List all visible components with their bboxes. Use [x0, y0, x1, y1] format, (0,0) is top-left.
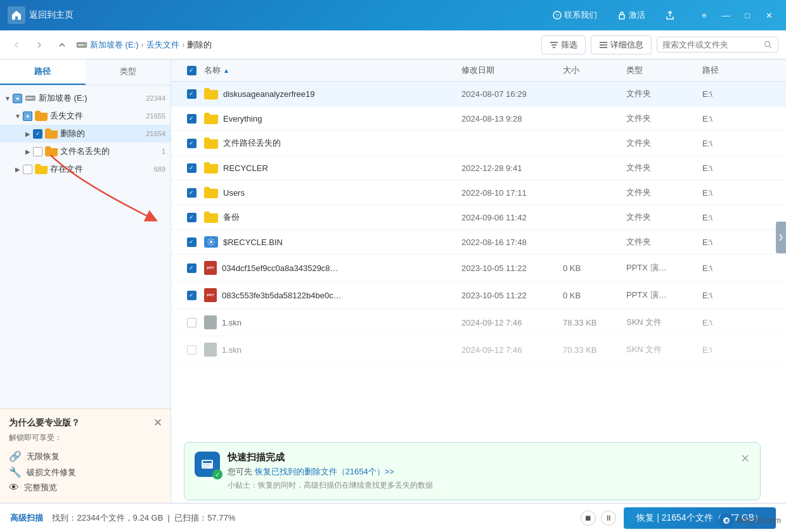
row-checkbox-4[interactable]	[187, 163, 196, 173]
row-checkbox-6[interactable]	[187, 213, 196, 222]
tree-toggle-existing[interactable]: ▶	[13, 164, 23, 174]
maximize-button[interactable]: □	[738, 6, 757, 24]
minimize-button[interactable]: —	[716, 6, 735, 24]
row-checkbox-3[interactable]	[187, 139, 196, 148]
file-row[interactable]: Everything 2024-08-13 9:28 文件夹 E:\	[171, 106, 786, 131]
forward-button[interactable]	[30, 36, 48, 54]
back-button[interactable]	[8, 36, 25, 54]
tree-checkbox-existing[interactable]	[23, 165, 32, 174]
tree-checkbox-lost[interactable]	[23, 111, 32, 121]
tree-count-lost: 21655	[146, 112, 165, 120]
search-input[interactable]	[662, 40, 764, 49]
row-checkbox-11[interactable]	[187, 345, 196, 355]
row-checkbox-2[interactable]	[187, 114, 196, 124]
window-controls: ≡ — □ ✕	[695, 6, 778, 24]
file-row[interactable]: PPT 083c553fe3b5da58122b4be0c… 2023-10-0…	[171, 282, 786, 309]
scan-pause-button[interactable]: ⏸	[601, 510, 616, 526]
row-checkbox-1[interactable]	[187, 89, 196, 99]
tab-path[interactable]: 路径	[0, 60, 86, 85]
header-checkbox[interactable]	[187, 66, 196, 75]
watermark-text: 单机100.com	[737, 516, 781, 526]
header-path[interactable]: 路径	[702, 65, 778, 76]
toolbar-right: 筛选 详细信息	[541, 35, 778, 54]
tree-item-lost[interactable]: ▼ 丢失文件 21655	[0, 107, 171, 125]
tree-label-drive: 新加坡卷 (E:)	[39, 92, 143, 104]
file-row[interactable]: PPT 034dcf15ef9cc0a8a343529c8… 2023-10-0…	[171, 255, 786, 282]
file-type-2: 文件夹	[626, 113, 702, 124]
promo-title: 为什么要专业版？ ✕	[9, 417, 162, 429]
tree-checkbox-drive[interactable]	[13, 94, 22, 103]
notif-link[interactable]: 恢复已找到的删除文件（21654个）>>	[255, 467, 394, 476]
contact-button[interactable]: ? 联系我们	[548, 7, 602, 23]
svg-text:?: ?	[555, 13, 558, 19]
tree-checkbox-pathlost[interactable]	[33, 147, 42, 156]
tree-item-pathlost[interactable]: ▶ 文件名丢失的 1	[0, 142, 171, 160]
search-box[interactable]	[657, 37, 778, 53]
file-name-3: 文件路径丢失的	[223, 137, 281, 149]
file-name-cell-6: 备份	[204, 212, 461, 223]
up-button[interactable]	[53, 36, 71, 54]
close-promo-button[interactable]: ✕	[153, 417, 162, 429]
file-path-9: E:\	[702, 291, 778, 300]
scrollbar-arrow[interactable]	[776, 222, 786, 253]
scan-stop-button[interactable]: ⏹	[581, 510, 596, 526]
breadcrumb-path1[interactable]: 丢失文件	[146, 39, 179, 51]
file-row[interactable]: 文件路径丢失的 文件夹 E:\	[171, 131, 786, 156]
tree-item-existing[interactable]: ▶ 存在文件 689	[0, 160, 171, 178]
file-row[interactable]: 备份 2024-09-06 11:42 文件夹 E:\	[171, 205, 786, 230]
header-check[interactable]	[179, 66, 204, 75]
filter-button[interactable]: 筛选	[541, 35, 586, 54]
breadcrumb-drive[interactable]: 新加坡卷 (E:)	[90, 39, 139, 51]
notif-close-button[interactable]: ✕	[740, 452, 750, 466]
file-row[interactable]: RECYCLER 2022-12-28 9:41 文件夹 E:\	[171, 156, 786, 180]
tree-toggle-lost[interactable]: ▼	[13, 111, 23, 121]
notif-desc: 您可先 恢复已找到的删除文件（21654个）>>	[228, 466, 733, 478]
row-checkbox-8[interactable]	[187, 263, 196, 273]
header-type[interactable]: 类型	[626, 65, 702, 76]
file-row[interactable]: 1.skn 2024-09-12 7:46 70.33 KB SKN 文件 E:…	[171, 336, 786, 364]
row-checkbox-5[interactable]	[187, 188, 196, 198]
tree-label-deleted: 删除的	[60, 128, 143, 139]
bottom-bar: 高级扫描 找到：22344个文件，9.24 GB | 已扫描：57.77% ⏹ …	[0, 503, 786, 532]
header-size[interactable]: 大小	[563, 65, 626, 76]
file-row[interactable]: Users 2022-08-10 17:11 文件夹 E:\	[171, 180, 786, 205]
svg-rect-2	[619, 15, 624, 19]
detail-button[interactable]: 详细信息	[591, 35, 652, 54]
header-date[interactable]: 修改日期	[461, 65, 563, 76]
header-name[interactable]: 名称 ▲	[204, 65, 461, 76]
row-checkbox-10[interactable]	[187, 318, 196, 327]
tree-item-drive[interactable]: ▼ 新加坡卷 (E:) 22344	[0, 89, 171, 107]
sidebar-tree: ▼ 新加坡卷 (E:) 22344 ▼ 丢失文件 21655	[0, 86, 171, 408]
file-row[interactable]: diskusageanalyzerfree19 2024-08-07 16:29…	[171, 82, 786, 106]
share-button[interactable]	[660, 8, 680, 22]
svg-rect-12	[203, 461, 212, 463]
file-date-5: 2022-08-10 17:11	[461, 188, 563, 198]
svg-point-6	[765, 41, 770, 46]
activate-button[interactable]: 激活	[612, 7, 650, 23]
file-type-10: SKN 文件	[626, 317, 702, 328]
row-checkbox-9[interactable]	[187, 291, 196, 300]
file-row[interactable]: $RECYCLE.BIN 2022-08-16 17:48 文件夹 E:\	[171, 230, 786, 255]
row-checkbox-7[interactable]	[187, 238, 196, 247]
tree-toggle-pathlost[interactable]: ▶	[23, 146, 33, 156]
file-path-6: E:\	[702, 213, 778, 222]
tab-type[interactable]: 类型	[86, 60, 171, 85]
promo-icon-1: 🔧	[9, 466, 22, 478]
close-button[interactable]: ✕	[759, 6, 778, 24]
file-name-11: 1.skn	[222, 345, 242, 355]
file-name-9: 083c553fe3b5da58122b4be0c…	[222, 291, 342, 300]
notif-tip: 小贴士：恢复的同时，高级扫描仍在继续查找更多丢失的数据	[228, 480, 733, 491]
file-name-cell-10: 1.skn	[204, 315, 461, 329]
tree-toggle-drive[interactable]: ▼	[3, 93, 13, 103]
tree-item-deleted[interactable]: ▶ 删除的 21654	[0, 125, 171, 142]
menu-button[interactable]: ≡	[695, 6, 714, 24]
home-button[interactable]	[8, 6, 25, 24]
file-row[interactable]: 1.skn 2024-09-12 7:46 78.33 KB SKN 文件 E:…	[171, 309, 786, 336]
promo-icon-0: 🔗	[9, 450, 22, 462]
file-type-4: 文件夹	[626, 162, 702, 174]
breadcrumb-current: 删除的	[187, 39, 212, 51]
tree-toggle-deleted[interactable]: ▶	[23, 129, 33, 139]
tree-checkbox-deleted[interactable]	[33, 129, 42, 139]
file-type-9: PPTX 演…	[626, 289, 702, 301]
file-date-8: 2023-10-05 11:22	[461, 263, 563, 273]
